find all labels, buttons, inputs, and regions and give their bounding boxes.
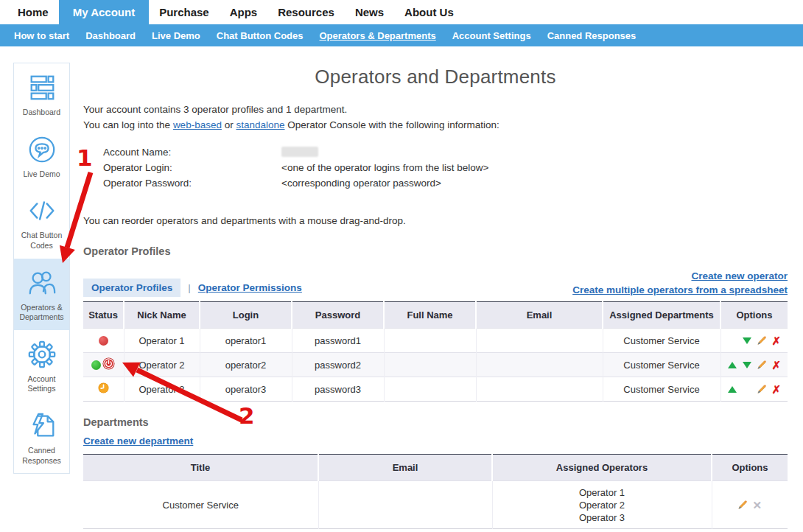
sub-nav-canned-responses[interactable]: Canned Responses [539, 30, 645, 41]
operators-icon [27, 267, 57, 298]
operators-table-header-row: Status Nick Name Login Password Full Nam… [83, 302, 788, 329]
status-away-icon [98, 382, 109, 396]
operator-row-2[interactable]: Operator 2 operator2 password2 Customer … [83, 353, 788, 377]
sub-nav-live-demo[interactable]: Live Demo [144, 30, 208, 41]
logout-power-button-icon[interactable] [102, 357, 115, 372]
col-password: Password [292, 302, 384, 329]
intro-line-1: Your account contains 3 operator profile… [83, 102, 788, 117]
operator-password-value: <corresponding operator password> [281, 175, 441, 191]
sub-nav-how-to-start[interactable]: How to start [6, 30, 77, 41]
gear-icon [27, 339, 57, 370]
sidebar-label: Live Demo [23, 169, 60, 180]
operators-table: Status Nick Name Login Password Full Nam… [83, 301, 788, 402]
col-full-name: Full Name [384, 302, 476, 329]
department-row-1[interactable]: Customer Service Operator 1 Operator 2 O… [83, 481, 788, 529]
standalone-link[interactable]: standalone [236, 119, 284, 130]
delete-icon[interactable]: ✗ [769, 358, 784, 371]
full-name-cell [384, 353, 476, 377]
sidebar-item-dashboard[interactable]: Dashboard [14, 63, 69, 125]
status-online-icon [91, 360, 101, 370]
canned-responses-icon [27, 410, 57, 441]
top-nav-news[interactable]: News [345, 0, 394, 24]
top-nav-home[interactable]: Home [7, 0, 59, 24]
sub-nav-chat-button-codes[interactable]: Chat Button Codes [208, 30, 312, 41]
dashboard-icon [27, 72, 57, 103]
assigned-departments-cell: Customer Service [603, 329, 720, 353]
sub-nav-dashboard[interactable]: Dashboard [77, 30, 144, 41]
code-icon [27, 195, 57, 226]
intro-text: Your account contains 3 operator profile… [83, 102, 788, 133]
top-nav-purchase[interactable]: Purchase [149, 0, 220, 24]
sidebar-item-account-settings[interactable]: Account Settings [14, 330, 69, 402]
create-links: Create new operator Create multiple oper… [572, 269, 788, 297]
col-options: Options [720, 302, 788, 329]
account-name-row: Account Name: [103, 144, 788, 160]
login-cell: operator1 [200, 329, 292, 353]
departments-table: Title Email Assigned Operators Options C… [83, 454, 788, 529]
edit-icon[interactable] [754, 358, 769, 371]
top-nav: Home My Account Purchase Apps Resources … [0, 0, 803, 24]
sidebar-label: Chat Button Codes [15, 231, 68, 251]
col-email: Email [476, 302, 603, 329]
account-info: Account Name: Operator Login: <one of th… [83, 144, 788, 191]
full-name-cell [384, 329, 476, 353]
option-spacer [740, 382, 754, 396]
col-options: Options [712, 455, 788, 481]
col-assigned-operators: Assigned Operators [492, 455, 712, 481]
create-multiple-operators-link[interactable]: Create multiple operators from a spreads… [572, 283, 788, 297]
email-cell [476, 329, 603, 353]
create-new-department-link[interactable]: Create new department [83, 435, 193, 447]
operator-login-label: Operator Login: [103, 160, 281, 175]
sidebar-item-live-demo[interactable]: Live Demo [14, 125, 69, 187]
department-title-cell: Customer Service [83, 481, 318, 529]
col-login: Login [200, 302, 292, 329]
sidebar-label: Operators & Departments [15, 303, 68, 323]
top-nav-apps[interactable]: Apps [220, 0, 268, 24]
assigned-departments-cell: Customer Service [603, 377, 720, 402]
sidebar-item-operators-departments[interactable]: Operators & Departments [14, 259, 69, 330]
sidebar-item-chat-button-codes[interactable]: Chat Button Codes [14, 186, 69, 258]
assigned-departments-cell: Customer Service [603, 353, 720, 377]
tab-separator: | [188, 282, 191, 293]
move-down-icon[interactable] [740, 358, 754, 371]
nick-name-cell: Operator 2 [124, 353, 200, 377]
sidebar-label: Canned Responses [15, 446, 68, 466]
status-offline-icon [99, 336, 108, 346]
col-assigned-departments: Assigned Departments [603, 302, 720, 329]
tab-operator-permissions[interactable]: Operator Permissions [198, 282, 302, 293]
operator-login-value: <one of the operator logins from the lis… [281, 160, 488, 175]
operator-login-row: Operator Login: <one of the operator log… [103, 160, 788, 175]
move-up-icon[interactable] [725, 358, 740, 371]
main-content: Operators and Departments Your account c… [83, 46, 788, 529]
operator-row-1[interactable]: Operator 1 operator1 password1 Customer … [83, 329, 788, 353]
reorder-note: You can reorder operators and department… [83, 215, 788, 226]
edit-icon[interactable] [754, 382, 769, 396]
password-cell: password1 [292, 329, 384, 353]
sidebar-item-canned-responses[interactable]: Canned Responses [14, 402, 69, 473]
delete-icon[interactable]: ✗ [769, 334, 784, 347]
password-cell: password3 [292, 377, 384, 402]
sub-nav-account-settings[interactable]: Account Settings [444, 30, 539, 41]
move-down-icon[interactable] [740, 334, 754, 347]
top-nav-resources[interactable]: Resources [267, 0, 345, 24]
create-new-operator-link[interactable]: Create new operator [572, 269, 788, 283]
top-nav-about-us[interactable]: About Us [394, 0, 464, 24]
move-up-icon[interactable] [725, 382, 740, 396]
page-title: Operators and Departments [83, 66, 788, 88]
department-email-cell [318, 481, 492, 529]
delete-disabled-icon: ✕ [750, 498, 765, 511]
full-name-cell [384, 377, 476, 402]
col-email: Email [318, 455, 492, 481]
tab-operator-profiles[interactable]: Operator Profiles [83, 279, 180, 297]
delete-icon[interactable]: ✗ [769, 382, 784, 396]
intro-line-2: You can log into the web-based or standa… [83, 117, 788, 133]
nick-name-cell: Operator 3 [124, 377, 200, 402]
sub-nav-operators-departments[interactable]: Operators & Departments [312, 30, 444, 41]
sidebar: Dashboard Live Demo Chat Button Codes [13, 63, 70, 474]
operator-row-3[interactable]: Operator 3 operator3 password3 Customer … [83, 377, 788, 402]
web-based-link[interactable]: web-based [173, 119, 222, 130]
operator-tabs: Operator Profiles | Operator Permissions [83, 279, 302, 297]
edit-icon[interactable] [735, 498, 750, 511]
edit-icon[interactable] [754, 334, 769, 347]
top-nav-my-account[interactable]: My Account [59, 0, 149, 24]
